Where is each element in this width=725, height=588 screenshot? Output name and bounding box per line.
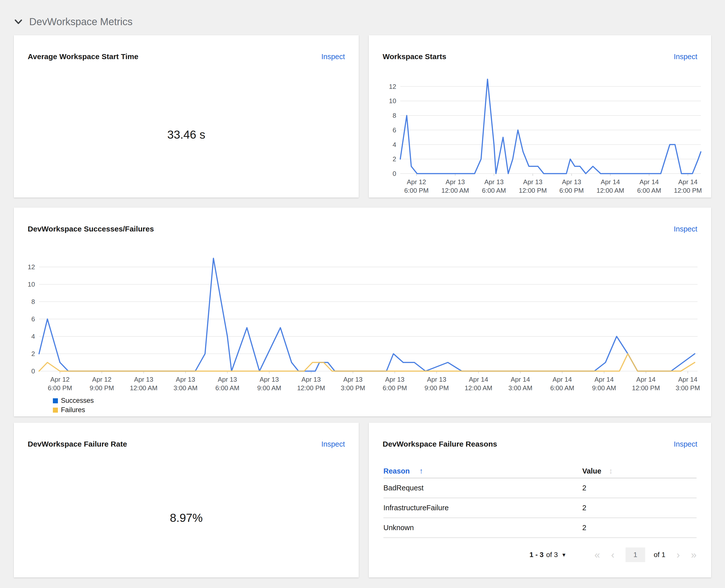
series-line-successes: [39, 258, 695, 371]
inspect-link[interactable]: Inspect: [674, 440, 698, 448]
legend-label: Successes: [61, 397, 94, 404]
inspect-link[interactable]: Inspect: [321, 52, 345, 61]
card-title: Average Workspace Start Time: [28, 52, 138, 61]
y-tick-label: 2: [32, 350, 35, 358]
y-tick-label: 6: [32, 315, 35, 323]
next-page-button[interactable]: ›: [677, 550, 680, 560]
x-tick-label: Apr 146:00 AM: [637, 178, 661, 194]
y-tick-label: 12: [389, 83, 396, 90]
y-tick-label: 4: [32, 333, 35, 340]
table-row: InfrastructureFailure 2: [383, 498, 697, 518]
current-page-input[interactable]: [626, 547, 645, 562]
card-header: Workspace Starts Inspect: [383, 52, 697, 61]
total-pages-label: of 1: [654, 551, 666, 559]
x-tick-label: Apr 129:00 PM: [89, 376, 114, 392]
legend-item-failures: Failures: [53, 406, 94, 414]
series-line-workspace starts: [400, 79, 701, 174]
avg-workspace-start-time-card: Average Workspace Start Time Inspect 33.…: [14, 35, 359, 197]
y-tick-label: 0: [32, 368, 35, 375]
column-header-value[interactable]: Value: [582, 467, 601, 475]
x-tick-label: Apr 1412:00 PM: [632, 376, 660, 392]
first-page-button[interactable]: «: [595, 550, 600, 560]
inspect-link[interactable]: Inspect: [674, 52, 698, 61]
column-header-reason[interactable]: Reason: [383, 467, 410, 475]
y-tick-label: 2: [393, 155, 396, 163]
card-header: DevWorkspace Failure Rate Inspect: [28, 440, 345, 448]
x-tick-label: Apr 143:00 PM: [676, 376, 700, 392]
failure-reasons-card: DevWorkspace Failure Reasons Inspect Rea…: [369, 423, 711, 578]
x-tick-label: Apr 149:00 AM: [592, 376, 616, 392]
successes-failures-card: DevWorkspace Successes/Failures Inspect …: [14, 208, 711, 416]
inspect-link[interactable]: Inspect: [321, 440, 345, 448]
pagination-range: 1 - 3: [529, 551, 544, 559]
caret-down-icon: ▾: [562, 551, 565, 558]
y-tick-label: 6: [393, 126, 396, 134]
successes-swatch-icon: [53, 398, 58, 403]
y-tick-label: 4: [393, 141, 396, 148]
x-tick-label: Apr 1412:00 AM: [465, 376, 492, 392]
failure-rate-card: DevWorkspace Failure Rate Inspect 8.97%: [14, 423, 359, 578]
reason-cell: Unknown: [383, 524, 582, 532]
sort-icon[interactable]: ↕: [609, 467, 613, 475]
x-tick-label: Apr 136:00 AM: [215, 376, 239, 392]
pagination: 1 - 3 of 3 ▾ « ‹ of 1 › »: [383, 548, 697, 562]
x-tick-label: Apr 136:00 AM: [482, 178, 506, 194]
successes-failures-line-chart: 024681012Apr 126:00 PMApr 129:00 PMApr 1…: [20, 252, 704, 396]
workspace-starts-card: Workspace Starts Inspect 024681012Apr 12…: [369, 35, 711, 197]
chevron-down-icon: [15, 19, 22, 24]
x-tick-label: Apr 126:00 PM: [48, 376, 72, 392]
reason-cell: BadRequest: [383, 484, 582, 492]
inspect-link[interactable]: Inspect: [674, 225, 698, 233]
value-cell: 2: [582, 524, 697, 532]
x-tick-label: Apr 136:00 PM: [559, 178, 584, 194]
per-page-menu-toggle[interactable]: 1 - 3 of 3 ▾: [529, 551, 565, 559]
table-row: Unknown 2: [383, 518, 697, 538]
y-tick-label: 12: [28, 263, 35, 271]
x-tick-label: Apr 126:00 PM: [404, 178, 429, 194]
x-tick-label: Apr 1312:00 AM: [130, 376, 158, 392]
y-tick-label: 8: [393, 112, 396, 119]
chart-legend: Successes Failures: [53, 397, 94, 414]
y-tick-label: 0: [393, 170, 396, 177]
y-tick-label: 10: [28, 280, 35, 288]
previous-page-button[interactable]: ‹: [611, 550, 614, 560]
pagination-range-of: of 3: [546, 551, 558, 559]
y-tick-label: 8: [32, 298, 35, 306]
x-tick-label: Apr 1312:00 AM: [441, 178, 469, 194]
section-title: DevWorkspace Metrics: [29, 16, 133, 27]
card-title: DevWorkspace Successes/Failures: [28, 225, 154, 233]
x-tick-label: Apr 139:00 PM: [424, 376, 449, 392]
x-tick-label: Apr 133:00 AM: [174, 376, 197, 392]
table-header-row: Reason ↑ Value ↕: [383, 464, 697, 478]
x-tick-label: Apr 1412:00 AM: [597, 178, 624, 194]
legend-label: Failures: [61, 406, 85, 414]
reason-cell: InfrastructureFailure: [383, 504, 582, 512]
y-tick-label: 10: [389, 97, 396, 105]
failures-swatch-icon: [53, 407, 58, 413]
failure-reasons-table: Reason ↑ Value ↕ BadRequest 2 Infrastruc…: [383, 464, 697, 538]
value-cell: 2: [582, 484, 697, 492]
pagination-nav: « ‹ of 1 › »: [595, 547, 697, 562]
workspace-starts-line-chart: 024681012Apr 126:00 PMApr 1312:00 AMApr …: [375, 73, 705, 194]
x-tick-label: Apr 143:00 AM: [508, 376, 532, 392]
card-header: DevWorkspace Successes/Failures Inspect: [28, 225, 697, 233]
legend-item-successes: Successes: [53, 397, 94, 404]
last-page-button[interactable]: »: [691, 550, 697, 560]
card-title: Workspace Starts: [383, 52, 446, 61]
avg-start-time-value: 33.46 s: [14, 128, 359, 141]
sort-ascending-icon[interactable]: ↑: [419, 467, 423, 475]
card-header: DevWorkspace Failure Reasons Inspect: [383, 440, 697, 448]
series-line-failures: [39, 354, 695, 371]
x-tick-label: Apr 1312:00 PM: [297, 376, 325, 392]
card-header: Average Workspace Start Time Inspect: [28, 52, 345, 61]
x-tick-label: Apr 1412:00 PM: [674, 178, 702, 194]
x-tick-label: Apr 1312:00 PM: [519, 178, 547, 194]
table-row: BadRequest 2: [383, 478, 697, 498]
x-tick-label: Apr 146:00 AM: [550, 376, 574, 392]
card-title: DevWorkspace Failure Rate: [28, 440, 127, 448]
x-tick-label: Apr 136:00 PM: [383, 376, 407, 392]
failure-rate-value: 8.97%: [14, 511, 359, 525]
card-title: DevWorkspace Failure Reasons: [383, 440, 497, 448]
devworkspace-metrics-section-toggle[interactable]: DevWorkspace Metrics: [15, 16, 133, 27]
x-tick-label: Apr 133:00 PM: [341, 376, 365, 392]
